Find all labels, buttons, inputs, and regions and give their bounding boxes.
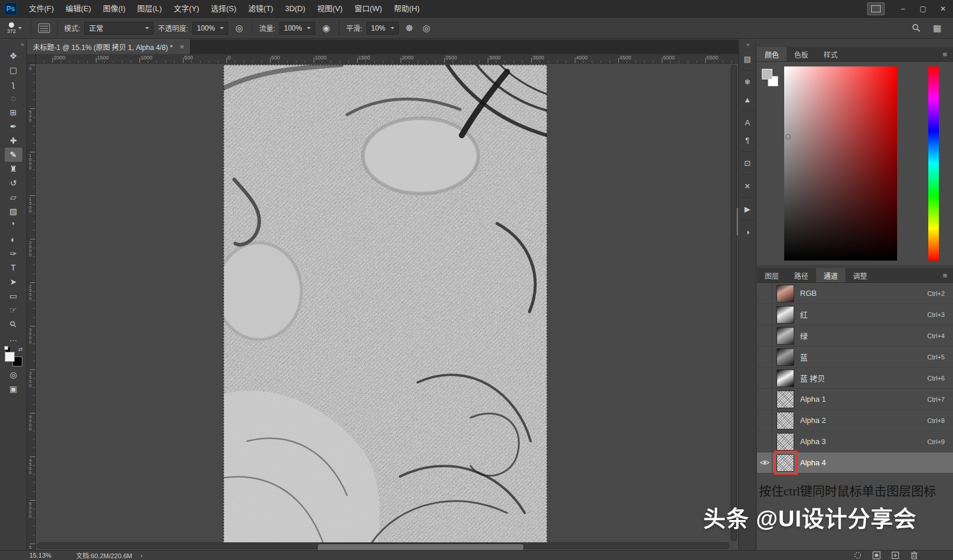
tab-paths[interactable]: 路径 [787, 268, 816, 282]
airbrush-icon[interactable]: ◉ [319, 22, 332, 35]
menu-type[interactable]: 文字(Y) [168, 0, 205, 18]
visibility-toggle[interactable] [757, 410, 772, 431]
menu-select[interactable]: 选择(S) [205, 0, 242, 18]
more-tools[interactable]: … [5, 331, 22, 345]
visibility-toggle[interactable] [757, 304, 772, 325]
flow-dropdown[interactable]: 100% [279, 22, 316, 35]
toolbar-expand-icon[interactable]: » [21, 41, 23, 48]
foreground-color-swatch[interactable] [762, 69, 772, 79]
smudge-tool[interactable]: ❜ [5, 218, 22, 232]
visibility-toggle[interactable] [757, 452, 772, 473]
brushes-panel-icon[interactable]: ▲ [741, 92, 755, 106]
lasso-tool[interactable]: ʅ [5, 77, 22, 91]
menu-edit[interactable]: 编辑(E) [60, 0, 97, 18]
quick-selection-tool[interactable]: ◌ [5, 91, 22, 105]
size-pressure-icon[interactable]: ◎ [420, 22, 433, 35]
menu-image[interactable]: 图像(I) [97, 0, 131, 18]
visibility-toggle[interactable] [757, 389, 772, 409]
foreground-color-swatch[interactable] [5, 352, 15, 362]
tab-channels[interactable]: 通道 [816, 268, 845, 282]
menu-file[interactable]: 文件(F) [23, 0, 60, 18]
path-selection-tool[interactable]: ➤ [5, 275, 22, 289]
channel-thumbnail[interactable] [777, 412, 794, 429]
zoom-level-field[interactable]: 15.13% [29, 552, 51, 559]
delete-channel-trash-icon[interactable] [909, 551, 919, 559]
hue-slider[interactable] [928, 66, 939, 261]
tab-layers[interactable]: 图层 [757, 268, 787, 282]
zoom-tool[interactable]: ⚲ [5, 317, 22, 331]
tab-color[interactable]: 颜色 [757, 47, 787, 61]
opacity-dropdown[interactable]: 100% [192, 22, 229, 35]
channel-thumbnail[interactable] [777, 433, 794, 451]
vertical-scrollbar[interactable] [731, 65, 737, 541]
visibility-toggle[interactable] [757, 431, 772, 452]
clone-stamp-tool[interactable]: ♜ [5, 162, 22, 176]
channel-row-green[interactable]: 绿 Ctrl+4 [757, 325, 953, 346]
tab-adjustments[interactable]: 调整 [845, 268, 875, 282]
document-tab[interactable]: 未标题-1 @ 15.1% (原图 拷贝 1, Alpha 4/8) * × [27, 39, 191, 54]
eyedropper-tool[interactable]: ✒ [5, 119, 22, 134]
brush-tool[interactable]: ✎ [5, 148, 22, 162]
channel-thumbnail[interactable] [777, 327, 794, 345]
panel-menu-icon[interactable]: ≡ [937, 47, 953, 61]
quick-mask-mode-button[interactable]: ◎ [5, 368, 22, 382]
minimize-button[interactable]: – [893, 0, 913, 18]
actions-panel-icon[interactable]: ▶ [741, 202, 755, 216]
shape-tool[interactable]: ▭ [5, 289, 22, 303]
smoothing-dropdown[interactable]: 10% [366, 22, 399, 35]
tab-styles[interactable]: 样式 [816, 47, 845, 61]
tab-close-icon[interactable]: × [180, 42, 185, 51]
spot-healing-brush-tool[interactable]: ✚ [5, 134, 22, 148]
channel-thumbnail[interactable] [777, 285, 794, 302]
channel-thumbnail[interactable] [777, 306, 794, 324]
swap-colors-icon[interactable]: ⇄ [18, 346, 23, 352]
character-panel-icon[interactable]: A [741, 115, 755, 129]
tab-swatches[interactable]: 色板 [787, 47, 816, 61]
gradient-tool[interactable]: ▧ [5, 204, 22, 218]
workspace-switcher-icon[interactable] [867, 2, 885, 15]
channel-thumbnail[interactable] [777, 369, 794, 387]
toggle-brush-settings-icon[interactable] [38, 22, 51, 35]
maximize-button[interactable]: ▢ [913, 0, 933, 18]
menu-help[interactable]: 帮助(H) [388, 0, 425, 18]
search-icon[interactable] [909, 22, 922, 35]
channel-row-alpha3[interactable]: Alpha 3 Ctrl+9 [757, 431, 953, 452]
visibility-toggle[interactable] [757, 283, 772, 304]
pen-tool[interactable]: ✑ [5, 246, 22, 261]
saturation-brightness-picker[interactable] [784, 66, 897, 261]
adjustments-panel-icon[interactable]: ◑ [741, 225, 755, 239]
paragraph-panel-icon[interactable]: ¶ [741, 133, 755, 147]
horizontal-scrollbar-thumb[interactable] [317, 544, 524, 550]
menu-window[interactable]: 窗口(W) [348, 0, 388, 18]
history-brush-tool[interactable]: ↺ [5, 176, 22, 190]
canvas-area[interactable] [36, 64, 738, 550]
libraries-panel-icon[interactable]: ✕ [741, 179, 755, 193]
panels-collapse-icon[interactable]: « [746, 41, 748, 48]
clone-source-panel-icon[interactable]: ⊡ [741, 156, 755, 170]
visibility-toggle[interactable] [757, 368, 772, 388]
type-tool[interactable]: T [5, 261, 22, 275]
close-button[interactable]: ✕ [933, 0, 953, 18]
smoothing-settings-gear-icon[interactable]: ☸ [403, 22, 416, 35]
hand-tool[interactable]: ☞ [5, 303, 22, 317]
horizontal-scrollbar[interactable] [37, 542, 729, 549]
channel-row-blue-copy[interactable]: 蓝 拷贝 Ctrl+6 [757, 368, 953, 389]
channel-thumbnail[interactable] [777, 454, 794, 472]
menu-layer[interactable]: 图层(L) [131, 0, 168, 18]
dodge-tool[interactable]: ◐ [5, 232, 22, 246]
channel-row-blue[interactable]: 蓝 Ctrl+5 [757, 346, 953, 368]
panel-menu-icon[interactable]: ≡ [937, 268, 953, 282]
channel-row-alpha4[interactable]: Alpha 4 [757, 452, 953, 474]
status-info-arrow[interactable]: › [141, 552, 143, 559]
opacity-pressure-icon[interactable]: ◎ [232, 22, 245, 35]
visibility-toggle[interactable] [757, 346, 772, 367]
foreground-background-colors[interactable]: ⇄ [4, 348, 23, 366]
eraser-tool[interactable]: ▱ [5, 190, 22, 204]
crop-tool[interactable]: ⊞ [5, 105, 22, 119]
channel-thumbnail[interactable] [777, 391, 794, 408]
brush-preset-picker[interactable]: 372 [5, 22, 24, 35]
blend-mode-dropdown[interactable]: 正常 [84, 22, 154, 35]
channel-row-alpha2[interactable]: Alpha 2 Ctrl+8 [757, 410, 953, 431]
channel-row-alpha1[interactable]: Alpha 1 Ctrl+7 [757, 389, 953, 410]
menu-view[interactable]: 视图(V) [311, 0, 348, 18]
